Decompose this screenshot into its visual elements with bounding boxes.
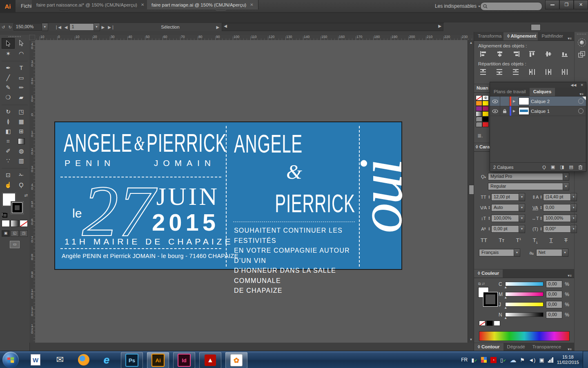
- scale-tool[interactable]: ◳: [15, 107, 28, 117]
- usb-eject-tray-icon[interactable]: ▮✔: [471, 357, 477, 363]
- tab-faire-part-naissance[interactable]: faire part naissance.ai* @ 150% (CMJN/Ap…: [32, 0, 149, 9]
- color-swatch[interactable]: [482, 106, 489, 111]
- chevron-down-icon[interactable]: ▾: [42, 23, 48, 31]
- chevron-down-icon[interactable]: ▾: [563, 182, 569, 191]
- illustrator-taskbar-button[interactable]: Ai: [147, 352, 169, 368]
- stepper[interactable]: ▲▼: [488, 206, 490, 210]
- stepper[interactable]: ▲▼: [540, 216, 542, 220]
- layer-target-icon[interactable]: [578, 99, 584, 104]
- underline-button[interactable]: T: [550, 237, 553, 245]
- horizontal-scroll-thumb[interactable]: [531, 24, 541, 31]
- tab-faire-part-mariage[interactable]: faire part mariage.ai @ 150% (CMJN/Aperç…: [147, 0, 258, 9]
- tab-transformation[interactable]: Transforma: [474, 32, 503, 40]
- layer-thumbnail[interactable]: [519, 107, 529, 115]
- previous-artboard-button[interactable]: ◀: [63, 25, 69, 29]
- date-block[interactable]: le 27 JUIN 2015: [67, 180, 221, 240]
- zoom-tool[interactable]: Ϙ: [15, 180, 28, 190]
- width-tool[interactable]: ≬: [2, 117, 15, 126]
- channel-value[interactable]: 0,00: [546, 291, 563, 298]
- blob-brush-tool[interactable]: ❍: [2, 92, 15, 102]
- chevron-down-icon[interactable]: ▾: [562, 249, 568, 257]
- color-swatch[interactable]: [476, 106, 482, 111]
- color-swatch[interactable]: [482, 122, 489, 127]
- rectangle-tool[interactable]: ▭: [15, 73, 28, 83]
- artboard-tool[interactable]: ⊡: [2, 170, 15, 180]
- slider-thumb[interactable]: ▲: [504, 296, 507, 299]
- stepper[interactable]: ▲▼: [540, 206, 542, 210]
- scroll-up-button[interactable]: ▲: [468, 40, 474, 46]
- superscript-button[interactable]: T1: [516, 237, 521, 245]
- small-caps-button[interactable]: Tᴛ: [499, 237, 504, 245]
- scroll-down-button[interactable]: ▼: [468, 337, 474, 343]
- distribute-right-icon[interactable]: [561, 69, 568, 75]
- tab-calques[interactable]: Calques: [530, 88, 555, 96]
- color-mode-button[interactable]: [2, 220, 10, 227]
- gradient-swatch[interactable]: [476, 111, 482, 117]
- font-style-field[interactable]: Regular: [488, 183, 563, 190]
- firefox-taskbar-icon[interactable]: [77, 353, 91, 367]
- layer-lock-icon[interactable]: [500, 96, 510, 106]
- horizontal-scrollbar[interactable]: ◀ ▶: [222, 23, 443, 31]
- layer-target-icon[interactable]: [578, 108, 584, 114]
- layer-name[interactable]: Calque 2: [531, 99, 550, 104]
- indesign-taskbar-button[interactable]: Id: [173, 352, 195, 368]
- screen-mode-button[interactable]: ▭: [10, 241, 20, 248]
- chevron-down-icon[interactable]: ▾: [519, 193, 525, 201]
- kerning-field[interactable]: Auto: [491, 204, 519, 211]
- pencil-tool[interactable]: ✏: [15, 83, 28, 92]
- vertical-dashed-divider[interactable]: [226, 126, 227, 267]
- close-button[interactable]: ✕: [574, 0, 588, 9]
- direct-selection-tool[interactable]: [15, 38, 28, 48]
- history-back-icon[interactable]: ↺: [0, 25, 7, 29]
- font-size-field[interactable]: 12,00 pt: [491, 193, 519, 201]
- scroll-left-button[interactable]: ◀: [222, 24, 229, 28]
- align-bottom-icon[interactable]: [561, 51, 568, 57]
- registration-swatch[interactable]: ⊕: [482, 95, 489, 101]
- layer-visibility-icon[interactable]: [490, 106, 500, 116]
- color-swatch[interactable]: [482, 117, 489, 122]
- layer-row-calque-2[interactable]: ▶Calque 2: [490, 96, 586, 106]
- adobe-reader-taskbar-button[interactable]: ▲: [199, 352, 221, 368]
- layer-name[interactable]: Calque 1: [531, 109, 550, 114]
- swatch-folder[interactable]: [476, 117, 482, 122]
- canvas[interactable]: ANGELE&PIERRICK PENINJOMAIN le 27 JUIN 2…: [35, 40, 468, 343]
- chevron-down-icon[interactable]: ▾: [94, 23, 100, 31]
- tab-transparence[interactable]: Transparence: [529, 343, 565, 351]
- lasso-tool[interactable]: ◠: [15, 49, 28, 58]
- color-spectrum-bar[interactable]: [479, 331, 570, 341]
- address-line[interactable]: Angèle PENIN et Pierrick JOMAIN - le bou…: [62, 253, 238, 259]
- gradient-tool[interactable]: [15, 136, 28, 146]
- channel-slider[interactable]: ▲: [505, 302, 543, 307]
- layer-row-calque-1[interactable]: ▶Calque 1: [490, 106, 586, 116]
- minimize-button[interactable]: [545, 0, 559, 9]
- swap-fill-stroke-icon[interactable]: ⇄: [24, 193, 28, 197]
- panel-grip[interactable]: [577, 34, 587, 35]
- swatch-libraries-icon[interactable]: ≣.: [474, 127, 490, 139]
- vertical-scale-field[interactable]: 100,00%: [491, 215, 519, 222]
- tab-degrade[interactable]: Dégradé: [503, 343, 529, 351]
- slice-tool[interactable]: ✁: [15, 170, 28, 180]
- network-signal-tray-icon[interactable]: [548, 357, 553, 363]
- stepper[interactable]: ▲▼: [540, 227, 542, 231]
- status-menu-icon[interactable]: ▶: [215, 25, 221, 29]
- color-swatch[interactable]: [476, 101, 482, 106]
- font-family-field[interactable]: Myriad Pro: [488, 173, 563, 180]
- stroke-color-control[interactable]: [11, 201, 24, 214]
- none-swatch[interactable]: [476, 95, 482, 101]
- brushes-panel-icon[interactable]: [577, 38, 586, 47]
- taskbar-clock[interactable]: 15:18 11/02/2015: [557, 355, 579, 365]
- free-transform-tool[interactable]: ▦: [15, 117, 28, 126]
- artboard-invitation[interactable]: ANGELE&PIERRICK PENINJOMAIN le 27 JUIN 2…: [54, 121, 402, 270]
- none-swatch[interactable]: [479, 321, 486, 326]
- search-input[interactable]: [480, 2, 542, 11]
- oui-block[interactable]: oui: [359, 122, 402, 271]
- horizontal-scale-field[interactable]: 100,00%: [543, 215, 571, 222]
- layer-expand-icon[interactable]: ▶: [511, 106, 517, 116]
- stepper[interactable]: ▲▼: [488, 227, 490, 231]
- power-plug-tray-icon[interactable]: ▣: [539, 357, 544, 363]
- panel-menu-icon[interactable]: ▾≡: [577, 92, 586, 96]
- slider-thumb[interactable]: ▲: [504, 285, 507, 289]
- panel-menu-icon[interactable]: ▾≡: [565, 274, 574, 278]
- volume-tray-icon[interactable]: ◄): [528, 357, 535, 363]
- distribute-hcenter-icon[interactable]: [545, 69, 552, 75]
